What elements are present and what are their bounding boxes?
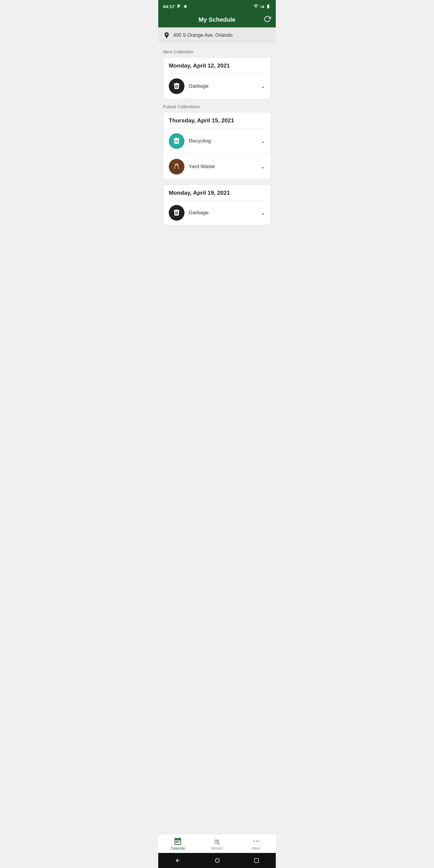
- battery-icon: [266, 4, 271, 9]
- address-bar: 400 S Orange Ave, Orlando: [158, 27, 276, 43]
- future-date-1: Thursday, April 15, 2021: [163, 113, 271, 128]
- recycling-chevron: ⌄: [261, 138, 265, 144]
- recycling-label: Recycling: [189, 138, 256, 144]
- recycling-icon: [169, 133, 184, 149]
- app-header: My Schedule: [158, 12, 276, 27]
- future-collection-card-2: Monday, April 19, 2021 Garbage ⌄: [163, 184, 271, 225]
- refresh-button[interactable]: [264, 16, 271, 24]
- parking-icon: [176, 4, 181, 9]
- future-date-2: Monday, April 19, 2021: [163, 185, 271, 200]
- status-bar-right: [253, 4, 271, 9]
- garbage-item-2[interactable]: Garbage ⌄: [163, 201, 271, 225]
- header-title: My Schedule: [198, 16, 236, 23]
- wifi-icon: [253, 4, 258, 9]
- garbage-icon-2: [169, 205, 184, 221]
- garbage-label-1: Garbage: [189, 83, 256, 89]
- yard-waste-item[interactable]: Yard Waste ⌄: [163, 154, 271, 179]
- future-collections-label: Future Collections: [163, 104, 271, 109]
- recycling-item[interactable]: Recycling ⌄: [163, 128, 271, 154]
- future-collection-card-1: Thursday, April 15, 2021 Recycling ⌄ Yar…: [163, 112, 271, 180]
- signal-icon: [260, 4, 264, 9]
- status-bar: 04:17: [158, 0, 276, 12]
- address-text: 400 S Orange Ave, Orlando: [173, 33, 232, 38]
- next-collection-card: Monday, April 12, 2021 Garbage ⌄: [163, 57, 271, 99]
- garbage-label-2: Garbage: [189, 210, 256, 216]
- next-collection-label: Next Collection: [163, 49, 271, 54]
- next-collection-date: Monday, April 12, 2021: [163, 58, 271, 73]
- garbage-chevron-2: ⌄: [261, 210, 265, 216]
- star-icon: [183, 4, 188, 9]
- yard-waste-label: Yard Waste: [189, 164, 256, 170]
- garbage-chevron-1: ⌄: [261, 83, 265, 90]
- status-bar-left: 04:17: [163, 4, 188, 9]
- garbage-item-1[interactable]: Garbage ⌄: [163, 73, 271, 99]
- svg-point-1: [178, 143, 179, 144]
- svg-point-0: [178, 88, 179, 89]
- main-content: Next Collection Monday, April 12, 2021 G…: [158, 43, 276, 258]
- garbage-icon-1: [169, 79, 184, 94]
- status-time: 04:17: [163, 4, 175, 9]
- yard-waste-chevron: ⌄: [261, 163, 265, 170]
- yard-waste-icon: [169, 159, 184, 175]
- location-icon: [163, 32, 170, 39]
- svg-point-2: [178, 214, 179, 216]
